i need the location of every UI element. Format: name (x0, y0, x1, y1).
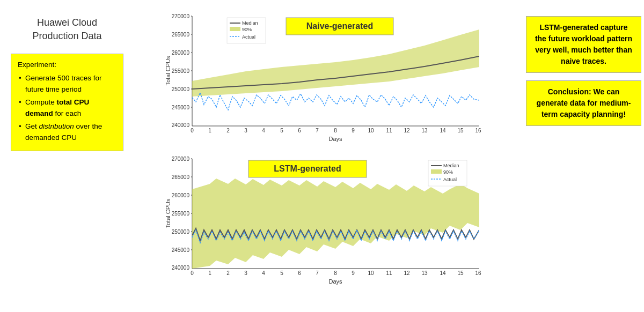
svg-text:15: 15 (457, 270, 464, 276)
svg-text:13: 13 (421, 128, 428, 133)
svg-text:10: 10 (368, 270, 374, 276)
svg-text:7: 7 (316, 270, 319, 276)
svg-text:8: 8 (334, 128, 337, 133)
svg-text:Actual: Actual (443, 177, 457, 182)
naive-chart: 270000 265000 260000 255000 250000 24500… (163, 8, 495, 146)
svg-text:260000: 260000 (171, 50, 189, 56)
svg-text:2: 2 (226, 270, 230, 276)
svg-text:3: 3 (244, 270, 247, 276)
svg-text:250000: 250000 (171, 229, 189, 235)
experiment-item-1: Generate 500 traces for future time peri… (18, 73, 116, 95)
conclusion-text: Conclusion: We can generate data for med… (537, 87, 631, 118)
experiment-list: Generate 500 traces for future time peri… (18, 73, 116, 144)
lstm-chart-wrapper: 270000 265000 260000 255000 250000 24500… (163, 151, 495, 289)
experiment-item-2: Compute total CPU demand for each (18, 97, 116, 120)
main-container: Huawei CloudProduction Data Experiment: … (0, 0, 644, 312)
svg-text:4: 4 (262, 128, 265, 133)
svg-text:7: 7 (316, 128, 319, 133)
svg-text:16: 16 (475, 270, 481, 276)
experiment-item-3: Get distribution over the demanded CPU (18, 121, 116, 144)
svg-rect-86 (431, 169, 442, 174)
svg-text:11: 11 (386, 128, 392, 133)
svg-text:LSTM-generated: LSTM-generated (274, 164, 341, 173)
svg-text:Total CPUs: Total CPUs (165, 56, 171, 86)
svg-text:5: 5 (280, 270, 283, 276)
svg-text:255000: 255000 (171, 68, 189, 74)
svg-text:240000: 240000 (171, 122, 189, 128)
svg-text:90%: 90% (443, 169, 453, 175)
svg-text:6: 6 (298, 270, 301, 276)
center-column: 270000 265000 260000 255000 250000 24500… (134, 5, 523, 289)
svg-text:12: 12 (404, 270, 410, 276)
svg-text:4: 4 (262, 270, 265, 276)
svg-text:5: 5 (280, 128, 283, 133)
svg-text:260000: 260000 (171, 192, 189, 198)
svg-text:9: 9 (352, 270, 355, 276)
svg-text:245000: 245000 (171, 247, 189, 253)
right-column: LSTM-generated capture the future worklo… (526, 5, 641, 126)
svg-text:245000: 245000 (171, 105, 189, 110)
svg-text:240000: 240000 (171, 265, 189, 271)
svg-text:2: 2 (226, 128, 230, 133)
svg-text:12: 12 (404, 128, 410, 133)
experiment-title: Experiment: (18, 60, 116, 71)
naive-chart-wrapper: 270000 265000 260000 255000 250000 24500… (163, 8, 495, 146)
lstm-description-text: LSTM-generated capture the future worklo… (535, 23, 632, 65)
svg-text:270000: 270000 (171, 156, 189, 162)
svg-text:270000: 270000 (171, 13, 189, 19)
conclusion-box: Conclusion: We can generate data for med… (526, 80, 641, 126)
svg-text:10: 10 (368, 128, 374, 133)
lstm-description-box: LSTM-generated capture the future worklo… (526, 16, 641, 73)
svg-text:90%: 90% (242, 27, 252, 32)
svg-text:250000: 250000 (171, 86, 189, 92)
svg-text:3: 3 (244, 128, 247, 133)
left-column: Huawei CloudProduction Data Experiment: … (3, 5, 131, 151)
svg-text:Naive-generated: Naive-generated (306, 21, 373, 31)
svg-text:0: 0 (191, 128, 194, 133)
svg-text:Days: Days (328, 136, 342, 142)
svg-text:15: 15 (457, 128, 464, 133)
svg-text:9: 9 (352, 128, 355, 133)
svg-text:1: 1 (208, 128, 211, 133)
svg-text:255000: 255000 (171, 211, 189, 217)
svg-text:1: 1 (208, 270, 211, 276)
svg-text:265000: 265000 (171, 32, 189, 38)
svg-text:Total CPUs: Total CPUs (165, 198, 171, 228)
svg-rect-40 (230, 27, 240, 31)
svg-text:8: 8 (334, 270, 337, 276)
svg-text:265000: 265000 (171, 174, 189, 180)
cloud-title: Huawei CloudProduction Data (32, 16, 101, 43)
svg-text:13: 13 (421, 270, 428, 276)
svg-text:11: 11 (386, 270, 392, 276)
svg-text:Median: Median (443, 163, 459, 168)
svg-text:Days: Days (328, 278, 342, 285)
experiment-box: Experiment: Generate 500 traces for futu… (11, 54, 123, 151)
svg-text:14: 14 (440, 270, 446, 276)
svg-text:14: 14 (440, 128, 446, 133)
svg-text:Median: Median (242, 20, 258, 26)
lstm-chart: 270000 265000 260000 255000 250000 24500… (163, 151, 495, 289)
svg-text:16: 16 (475, 128, 481, 133)
svg-text:0: 0 (191, 270, 194, 276)
svg-text:Actual: Actual (242, 34, 255, 40)
svg-text:6: 6 (298, 128, 301, 133)
